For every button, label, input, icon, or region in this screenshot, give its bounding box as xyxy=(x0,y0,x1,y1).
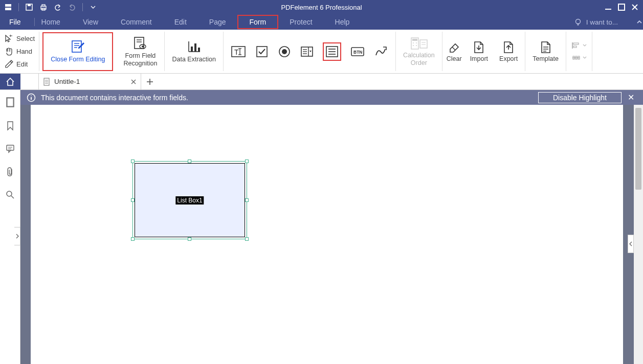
button-field-button[interactable]: BTN xyxy=(350,46,365,57)
resize-handle-t[interactable] xyxy=(188,160,191,163)
minimize-icon[interactable] xyxy=(604,3,612,11)
menu-page[interactable]: Page xyxy=(198,14,237,30)
home-tab[interactable] xyxy=(0,74,20,89)
menu-comment[interactable]: Comment xyxy=(109,14,163,30)
svg-rect-1 xyxy=(5,8,11,10)
expand-sidebar-icon[interactable] xyxy=(14,227,20,245)
import-icon xyxy=(472,40,485,54)
listbox-field[interactable]: List Box1 xyxy=(135,163,245,237)
export-button[interactable]: Export xyxy=(492,32,525,71)
menu-protect[interactable]: Protect xyxy=(278,14,323,30)
qat-dropdown-icon[interactable] xyxy=(89,3,97,11)
save-icon[interactable] xyxy=(25,3,33,11)
import-label: Import xyxy=(470,55,488,62)
cursor-icon xyxy=(4,34,13,43)
form-field-recognition-button[interactable]: Form Field Recognition xyxy=(116,32,165,71)
tab-spacer xyxy=(20,74,39,89)
checkbox-button[interactable] xyxy=(255,45,269,58)
export-icon xyxy=(502,40,515,54)
svg-point-11 xyxy=(575,19,580,24)
maximize-icon[interactable] xyxy=(617,3,626,11)
resize-handle-tl[interactable] xyxy=(131,160,135,163)
undo-icon[interactable] xyxy=(54,3,62,11)
close-icon[interactable] xyxy=(631,3,639,11)
print-icon[interactable] xyxy=(39,3,48,11)
calc-icon xyxy=(410,36,428,51)
align-dropdown[interactable] xyxy=(571,41,587,50)
iwant-search[interactable]: I want to... xyxy=(574,18,631,26)
document-tab[interactable]: Untitle-1 xyxy=(39,74,141,89)
svg-rect-48 xyxy=(412,39,417,41)
menu-home[interactable]: Home xyxy=(30,14,72,30)
template-button[interactable]: Template xyxy=(525,32,566,71)
align-icon xyxy=(571,41,581,50)
distribute-dropdown[interactable] xyxy=(571,54,587,62)
resize-handle-r[interactable] xyxy=(245,198,249,202)
data-extraction-label: Data Extraction xyxy=(172,56,215,63)
collapse-ribbon-icon[interactable] xyxy=(636,18,643,26)
template-label: Template xyxy=(533,55,559,62)
radio-button[interactable] xyxy=(278,45,291,58)
svg-rect-76 xyxy=(7,98,13,106)
page-icon xyxy=(43,78,50,86)
clear-button[interactable]: Clear xyxy=(442,32,466,71)
tool-hand[interactable]: Hand xyxy=(4,46,35,58)
menu-view[interactable]: View xyxy=(72,14,109,30)
sidebar-panels xyxy=(0,90,20,364)
document-page[interactable]: List Box1 xyxy=(31,105,623,364)
resize-handle-tr[interactable] xyxy=(245,160,249,163)
svg-rect-25 xyxy=(191,47,193,52)
combobox-button[interactable] xyxy=(300,45,314,58)
svg-rect-26 xyxy=(194,43,196,52)
selection-tools: Select Hand Edit xyxy=(3,32,39,71)
import-button[interactable]: Import xyxy=(466,32,492,71)
separator xyxy=(82,3,83,11)
content-area: This document contains interactive form … xyxy=(20,90,643,364)
close-tab-icon[interactable] xyxy=(130,79,137,85)
resize-handle-l[interactable] xyxy=(131,198,135,202)
data-extraction-button[interactable]: Data Extraction xyxy=(165,32,223,71)
workspace: This document contains interactive form … xyxy=(0,90,643,364)
tool-edit[interactable]: Edit xyxy=(4,58,35,70)
form-recognition-icon xyxy=(132,36,148,51)
listbox-button[interactable] xyxy=(323,42,341,61)
app-icon[interactable] xyxy=(4,3,12,11)
svg-point-52 xyxy=(416,45,417,46)
menu-edit[interactable]: Edit xyxy=(163,14,198,30)
align-distribute-group xyxy=(566,32,592,71)
search-icon[interactable] xyxy=(6,190,15,199)
document-tab-title: Untitle-1 xyxy=(54,78,126,85)
svg-rect-5 xyxy=(42,5,45,6)
calculation-order-button[interactable]: Calculation Order xyxy=(396,32,442,71)
resize-handle-br[interactable] xyxy=(245,237,249,241)
svg-point-35 xyxy=(282,49,287,54)
tool-select[interactable]: Select xyxy=(4,33,35,45)
eraser-icon xyxy=(447,40,461,54)
scrollbar-thumb[interactable] xyxy=(635,108,641,190)
disable-highlight-button[interactable]: Disable Highlight xyxy=(538,92,622,103)
vertical-scrollbar[interactable] xyxy=(634,105,643,364)
menu-help[interactable]: Help xyxy=(324,14,361,30)
ribbon: Select Hand Edit Close Form Editing Form… xyxy=(0,30,643,74)
canvas[interactable]: List Box1 xyxy=(20,105,643,364)
export-label: Export xyxy=(499,55,518,62)
close-notice-icon[interactable]: ✕ xyxy=(625,93,637,102)
svg-text:BTN: BTN xyxy=(353,50,362,55)
comment-icon[interactable] xyxy=(6,144,15,153)
signature-field-button[interactable] xyxy=(374,45,388,58)
tool-edit-label: Edit xyxy=(16,60,28,68)
resize-handle-bl[interactable] xyxy=(131,237,135,241)
menu-file[interactable]: File xyxy=(0,14,30,30)
attachment-icon[interactable] xyxy=(6,167,14,177)
add-tab-button[interactable] xyxy=(141,74,159,89)
close-form-editing-button[interactable]: Close Form Editing xyxy=(42,32,113,71)
resize-handle-b[interactable] xyxy=(188,237,191,241)
text-field-button[interactable]: T xyxy=(231,44,246,59)
expand-right-panel-icon[interactable] xyxy=(628,235,634,253)
tool-select-label: Select xyxy=(16,35,35,42)
redo-icon[interactable] xyxy=(68,3,76,11)
bookmark-icon[interactable] xyxy=(6,121,14,131)
svg-rect-0 xyxy=(5,4,11,7)
menu-form[interactable]: Form xyxy=(237,15,279,29)
thumbnails-icon[interactable] xyxy=(6,97,15,107)
